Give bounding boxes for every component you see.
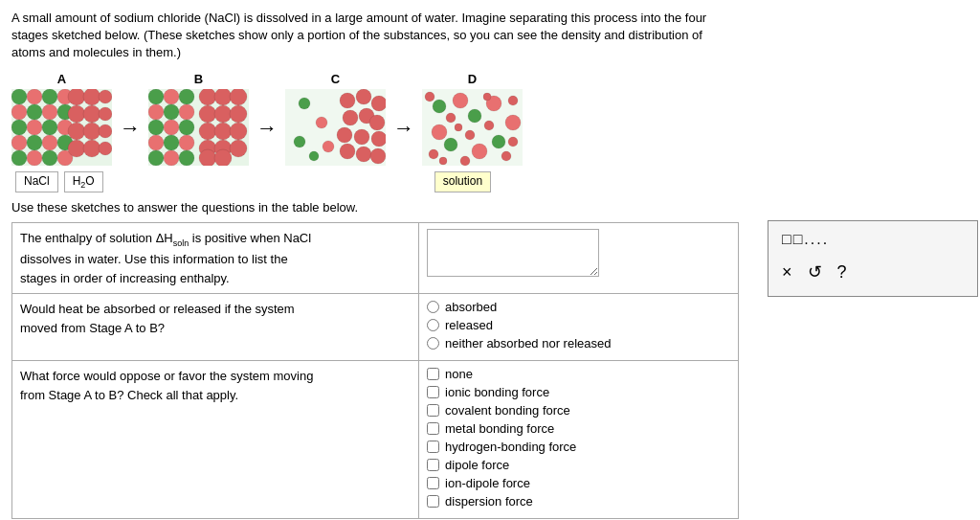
radio-absorbed-label: absorbed: [445, 300, 497, 314]
stage-b-label: B: [194, 72, 203, 86]
labels-row: NaCl H2O solution: [15, 171, 969, 192]
check-hydrogen-input[interactable]: [427, 441, 439, 453]
check-ionic-label: ionic bonding force: [445, 385, 549, 399]
radio-neither-input[interactable]: [427, 337, 439, 350]
right-panel: □□.... × ↺ ?: [768, 220, 978, 297]
stages-row: A → B → C → D: [11, 72, 969, 166]
check-dispersion-label: dispersion force: [445, 494, 533, 509]
check-metal[interactable]: metal bonding force: [427, 421, 730, 436]
row-heat: Would heat be absorbed or released if th…: [12, 294, 739, 361]
check-none[interactable]: none: [427, 367, 730, 381]
stage-d-label: D: [468, 72, 477, 86]
radio-released[interactable]: released: [427, 318, 730, 332]
arrow-bc: →: [256, 116, 278, 141]
check-metal-input[interactable]: [427, 422, 439, 435]
check-ionic[interactable]: ionic bonding force: [427, 385, 730, 399]
row-enthalpy: The enthalpy of solution ΔHsoln is posit…: [12, 222, 739, 293]
check-hydrogen-label: hydrogen-bonding force: [445, 440, 576, 454]
help-button[interactable]: ?: [837, 262, 847, 283]
check-none-label: none: [445, 367, 473, 381]
stage-b-image: [148, 89, 249, 166]
radio-neither[interactable]: neither absorbed nor released: [427, 336, 730, 350]
instruction-text: Use these sketches to answer the questio…: [11, 200, 969, 215]
check-dipole-label: dipole force: [445, 458, 509, 472]
check-ion-dipole-input[interactable]: [427, 477, 439, 489]
check-dispersion-input[interactable]: [427, 495, 439, 508]
stage-a-block: A: [11, 72, 112, 166]
water-label: H2O: [64, 171, 103, 192]
radio-absorbed-input[interactable]: [427, 301, 439, 313]
check-ion-dipole[interactable]: ion-dipole force: [427, 476, 730, 490]
check-dispersion[interactable]: dispersion force: [427, 494, 730, 509]
check-hydrogen[interactable]: hydrogen-bonding force: [427, 440, 730, 454]
enthalpy-answer-cell[interactable]: [419, 222, 739, 293]
heat-answer-cell: absorbed released neither absorbed nor r…: [419, 294, 739, 361]
check-ionic-input[interactable]: [427, 386, 439, 398]
stage-c-label: C: [331, 72, 340, 86]
check-metal-label: metal bonding force: [445, 421, 554, 436]
arrow-cd: →: [393, 116, 414, 141]
force-question: What force would oppose or favor the sys…: [12, 361, 419, 519]
radio-absorbed[interactable]: absorbed: [427, 300, 730, 314]
check-covalent[interactable]: covalent bonding force: [427, 403, 730, 418]
panel-dots: □□....: [782, 231, 964, 248]
arrow-ab: →: [120, 116, 141, 141]
stage-a-image: [11, 89, 112, 166]
enthalpy-question: The enthalpy of solution ΔHsoln is posit…: [12, 222, 419, 293]
check-covalent-input[interactable]: [427, 404, 439, 417]
stage-c-image: [285, 89, 386, 166]
enthalpy-input[interactable]: [427, 229, 599, 277]
radio-neither-label: neither absorbed nor released: [445, 336, 611, 350]
radio-released-input[interactable]: [427, 319, 439, 331]
check-ion-dipole-label: ion-dipole force: [445, 476, 530, 490]
force-answer-cell: none ionic bonding force covalent bondin…: [419, 361, 739, 519]
stage-d-image: [422, 89, 523, 166]
heat-question: Would heat be absorbed or released if th…: [12, 294, 419, 361]
radio-released-label: released: [445, 318, 493, 332]
question-table: The enthalpy of solution ΔHsoln is posit…: [11, 222, 739, 519]
stage-c-block: C: [285, 72, 386, 166]
panel-controls: × ↺ ?: [782, 261, 964, 283]
stage-a-label: A: [57, 72, 66, 86]
close-button[interactable]: ×: [782, 262, 792, 283]
check-covalent-label: covalent bonding force: [445, 403, 570, 418]
row-force: What force would oppose or favor the sys…: [12, 361, 739, 519]
intro-text: A small amount of sodium chloride (NaCl)…: [11, 10, 739, 62]
check-dipole[interactable]: dipole force: [427, 458, 730, 472]
check-none-input[interactable]: [427, 368, 439, 380]
check-dipole-input[interactable]: [427, 459, 439, 471]
nacl-label: NaCl: [15, 171, 58, 192]
undo-button[interactable]: ↺: [808, 261, 822, 283]
stage-b-block: B: [148, 72, 249, 166]
stage-d-block: D: [422, 72, 523, 166]
solution-label: solution: [434, 171, 491, 192]
